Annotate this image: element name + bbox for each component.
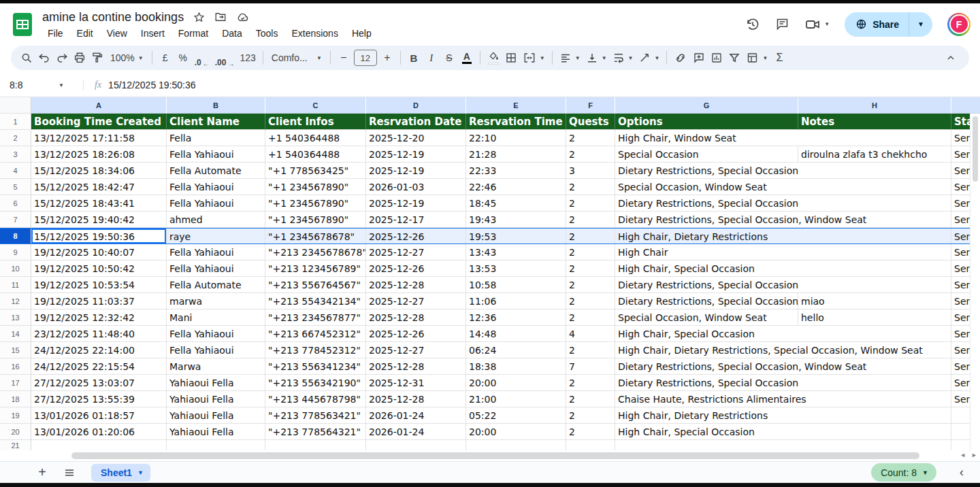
header-cell[interactable]: Booking Time Created bbox=[31, 114, 167, 130]
cell[interactable]: 2 bbox=[566, 424, 615, 440]
cell[interactable] bbox=[366, 440, 466, 450]
cell[interactable]: marwa bbox=[167, 293, 265, 309]
increase-font-size-button[interactable]: + bbox=[378, 48, 396, 67]
cell[interactable]: 2025-12-19 bbox=[366, 195, 466, 212]
redo-icon[interactable] bbox=[53, 48, 71, 67]
increase-decimal-button[interactable]: .00→ bbox=[212, 48, 238, 67]
cell[interactable]: Chaise Haute, Restrictions Alimentaires bbox=[615, 391, 951, 407]
number-format-button[interactable]: 123 bbox=[237, 48, 258, 67]
decrease-font-size-button[interactable]: − bbox=[335, 48, 353, 67]
cell[interactable]: 13/12/2025 17:11:58 bbox=[31, 130, 167, 146]
column-header-G[interactable]: G bbox=[615, 97, 798, 114]
row-header-9[interactable]: 9 bbox=[0, 244, 31, 261]
menu-tools[interactable]: Tools bbox=[250, 27, 284, 40]
header-cell[interactable]: Options bbox=[615, 114, 798, 130]
column-header-E[interactable]: E bbox=[466, 97, 566, 114]
cell[interactable]: Dietary Restrictions, Special Occasion bbox=[615, 163, 951, 179]
row-header-15[interactable]: 15 bbox=[0, 342, 31, 358]
scroll-right-icon[interactable]: ► bbox=[971, 452, 977, 458]
active-cell[interactable]: 15/12/2025 19:50:36 bbox=[31, 229, 167, 244]
cell[interactable]: "+213 556764567" bbox=[265, 277, 366, 293]
row-header-2[interactable]: 2 bbox=[0, 130, 31, 146]
select-all-corner[interactable] bbox=[0, 97, 31, 114]
borders-button[interactable] bbox=[502, 48, 520, 67]
insert-link-icon[interactable] bbox=[671, 48, 690, 67]
text-wrap-button[interactable]: ▼ bbox=[610, 48, 636, 67]
cell[interactable]: 2025-12-20 bbox=[366, 130, 466, 146]
cell[interactable]: 22:46 bbox=[466, 179, 566, 195]
cell[interactable]: "+213 445678798" bbox=[265, 391, 366, 407]
horizontal-align-button[interactable]: ▼ bbox=[557, 48, 583, 67]
vertical-scrollbar[interactable] bbox=[970, 114, 980, 450]
cell[interactable]: 2 bbox=[566, 375, 615, 391]
cell[interactable]: Fella Yahiaoui bbox=[167, 342, 265, 358]
cell[interactable]: 15/12/2025 18:34:06 bbox=[31, 163, 167, 179]
cell[interactable]: "+213 556342190" bbox=[265, 375, 366, 391]
horizontal-scrollbar-thumb[interactable] bbox=[71, 452, 919, 459]
sheet-tab-caret-icon[interactable]: ▼ bbox=[137, 469, 144, 476]
cell[interactable]: 19/12/2025 12:32:42 bbox=[31, 309, 167, 326]
cell[interactable]: High Chair, Special Occasion bbox=[615, 424, 951, 440]
strikethrough-button[interactable]: S bbox=[440, 48, 458, 67]
meet-caret-icon[interactable]: ▼ bbox=[824, 21, 830, 27]
bold-button[interactable]: B bbox=[405, 48, 423, 67]
row-header-18[interactable]: 18 bbox=[0, 391, 31, 407]
menu-format[interactable]: Format bbox=[173, 27, 214, 40]
cell[interactable]: 05:22 bbox=[466, 407, 566, 424]
cell[interactable]: 27/12/2025 13:03:07 bbox=[31, 375, 167, 391]
cell[interactable]: "+1 234567890" bbox=[265, 212, 366, 228]
font-size-input[interactable]: 12 bbox=[354, 50, 377, 66]
cell[interactable]: 20:00 bbox=[466, 424, 566, 440]
cell[interactable]: 15/12/2025 19:40:42 bbox=[31, 212, 167, 228]
cell[interactable]: Fella Yahiaoui bbox=[167, 179, 265, 195]
row-header-16[interactable]: 16 bbox=[0, 358, 31, 375]
cell[interactable]: 2025-12-26 bbox=[366, 326, 466, 342]
cell[interactable]: 10:58 bbox=[466, 277, 566, 293]
menu-view[interactable]: View bbox=[101, 27, 133, 40]
cell[interactable]: Special Occasion, Window Seat bbox=[615, 179, 951, 195]
paint-format-icon[interactable] bbox=[88, 48, 106, 67]
row-header-5[interactable]: 5 bbox=[0, 179, 31, 195]
row-header-8[interactable]: 8 bbox=[0, 229, 31, 244]
cell[interactable]: 27/12/2025 13:55:39 bbox=[31, 391, 167, 407]
menu-insert[interactable]: Insert bbox=[135, 27, 170, 40]
cell[interactable]: hello bbox=[798, 309, 951, 326]
add-sheet-button[interactable]: + bbox=[33, 465, 52, 480]
cell[interactable]: +1 540364488 bbox=[265, 130, 366, 146]
zoom-select[interactable]: 100%▼ bbox=[106, 48, 148, 67]
cell[interactable]: 2025-12-27 bbox=[366, 293, 466, 309]
cell[interactable]: 2 bbox=[566, 342, 615, 358]
cell[interactable]: Dietary Restrictions, Special Occasion bbox=[615, 277, 951, 293]
cell[interactable]: "+1 234567890" bbox=[265, 195, 366, 212]
cell[interactable]: 2 bbox=[566, 293, 615, 309]
cell[interactable]: 23/12/2025 11:48:40 bbox=[31, 326, 167, 342]
cell[interactable]: "+1 778563425" bbox=[265, 163, 366, 179]
column-header-C[interactable]: C bbox=[265, 97, 366, 114]
cell[interactable]: 19:53 bbox=[466, 229, 566, 244]
cell[interactable]: 15/12/2025 18:43:41 bbox=[31, 195, 167, 212]
insert-chart-icon[interactable] bbox=[708, 48, 725, 67]
cell[interactable]: Fella Yahiaoui bbox=[167, 261, 265, 277]
cell[interactable]: 20:00 bbox=[466, 375, 566, 391]
cell[interactable] bbox=[466, 440, 566, 450]
cell[interactable]: High Chair, Dietary Restrictions bbox=[615, 229, 951, 244]
cell[interactable]: High Chair, Special Occasion bbox=[615, 326, 951, 342]
cell[interactable]: 2026-01-24 bbox=[366, 424, 466, 440]
italic-button[interactable]: I bbox=[423, 48, 440, 67]
undo-icon[interactable] bbox=[35, 48, 53, 67]
header-cell[interactable]: Quests bbox=[566, 114, 615, 130]
cell[interactable]: 19/12/2025 10:50:42 bbox=[31, 261, 167, 277]
cell[interactable]: diroulna zlafa t3 chekhcho bbox=[798, 146, 951, 163]
cell[interactable]: 7 bbox=[566, 358, 615, 375]
row-header-14[interactable]: 14 bbox=[0, 326, 31, 342]
merge-caret-icon[interactable]: ▼ bbox=[540, 55, 545, 61]
cell[interactable]: 2026-01-03 bbox=[366, 179, 466, 195]
cell[interactable]: 2025-12-27 bbox=[366, 342, 466, 358]
cell[interactable]: 3 bbox=[566, 163, 615, 179]
insert-comment-icon[interactable] bbox=[690, 48, 708, 67]
cell[interactable]: Marwa bbox=[167, 358, 265, 375]
cell[interactable]: Yahiaoui Fella bbox=[167, 375, 265, 391]
cell[interactable]: 19/12/2025 11:03:37 bbox=[31, 293, 167, 309]
cloud-status-icon[interactable] bbox=[236, 11, 249, 24]
cell[interactable]: 14:48 bbox=[466, 326, 566, 342]
